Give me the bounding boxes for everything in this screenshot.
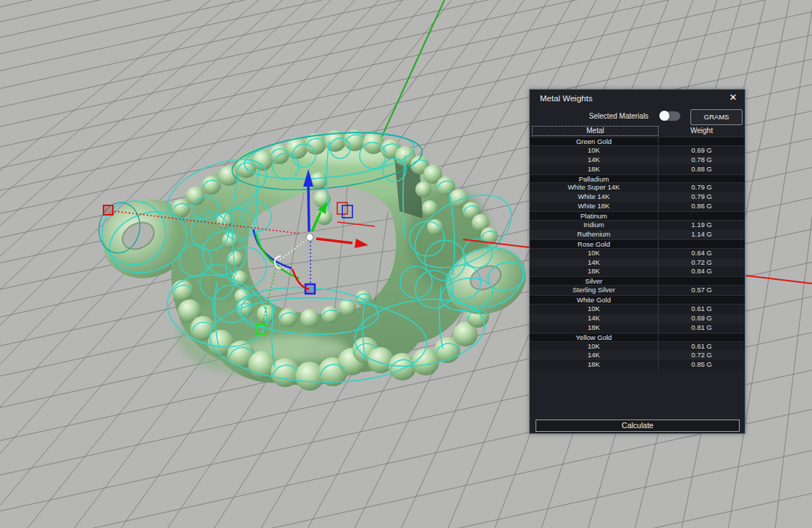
metal-row[interactable]: 18K0.81 G xyxy=(530,323,745,333)
metal-row[interactable]: 14K0.69 G xyxy=(530,314,745,323)
metal-section-row[interactable]: Yellow Gold xyxy=(530,333,745,342)
metal-row[interactable]: White 18K0.86 G xyxy=(530,202,745,211)
metal-row[interactable]: Iridium1.19 G xyxy=(530,221,745,230)
metal-row[interactable]: White 14K0.79 G xyxy=(530,192,745,202)
metal-row[interactable]: 10K0.61 G xyxy=(530,342,745,352)
metal-row[interactable]: 14K0.72 G xyxy=(530,258,745,268)
panel-controls: Selected Materials GRAMS xyxy=(530,107,745,126)
table-header: Metal Weight xyxy=(530,126,745,136)
metal-row[interactable]: 18K0.88 G xyxy=(530,165,745,174)
gumball-z-arrow[interactable] xyxy=(308,185,309,231)
jewelry-model-selected[interactable] xyxy=(92,124,536,391)
metal-row[interactable]: 18K0.85 G xyxy=(530,360,745,370)
metal-row[interactable]: Ruthenium1.14 G xyxy=(530,230,745,239)
metal-section-row[interactable]: Rose Gold xyxy=(530,239,745,249)
metal-section-row[interactable]: Platinum xyxy=(530,211,745,221)
metal-table-body: Green Gold10K0.69 G14K0.78 G18K0.88 GPal… xyxy=(530,137,745,370)
close-icon[interactable]: ✕ xyxy=(727,92,739,103)
gumball-origin[interactable] xyxy=(306,234,313,241)
metal-row[interactable]: 18K0.84 G xyxy=(530,267,745,276)
metal-row[interactable]: 14K0.72 G xyxy=(530,351,745,360)
calculate-button[interactable]: Calculate xyxy=(536,420,740,432)
metal-weights-panel: Metal Weights ✕ Selected Materials GRAMS… xyxy=(529,89,745,434)
units-button[interactable]: GRAMS xyxy=(690,109,743,125)
selected-materials-label: Selected Materials xyxy=(572,112,666,120)
panel-title-bar: Metal Weights ✕ xyxy=(530,90,745,107)
toggle-knob-icon xyxy=(659,111,669,121)
metal-section-row[interactable]: Green Gold xyxy=(530,137,745,146)
metal-section-row[interactable]: Palladium xyxy=(530,174,745,184)
metal-row[interactable]: Sterling Silver0.57 G xyxy=(530,286,745,295)
metal-section-row[interactable]: White Gold xyxy=(530,295,745,305)
metal-section-row[interactable]: Silver xyxy=(530,276,745,286)
weight-column-header[interactable]: Weight xyxy=(659,126,745,135)
selected-materials-toggle[interactable] xyxy=(660,111,680,121)
gumball-x-handle[interactable] xyxy=(103,205,113,215)
metal-row[interactable]: 10K0.69 G xyxy=(530,146,745,156)
metal-row[interactable]: White Super 14K0.79 G xyxy=(530,183,745,192)
metal-row[interactable]: 10K0.61 G xyxy=(530,305,745,314)
metal-column-header[interactable]: Metal xyxy=(532,126,659,136)
metal-row[interactable]: 14K0.78 G xyxy=(530,156,745,165)
panel-title: Metal Weights xyxy=(540,94,593,103)
metal-row[interactable]: 10K0.64 G xyxy=(530,249,745,258)
